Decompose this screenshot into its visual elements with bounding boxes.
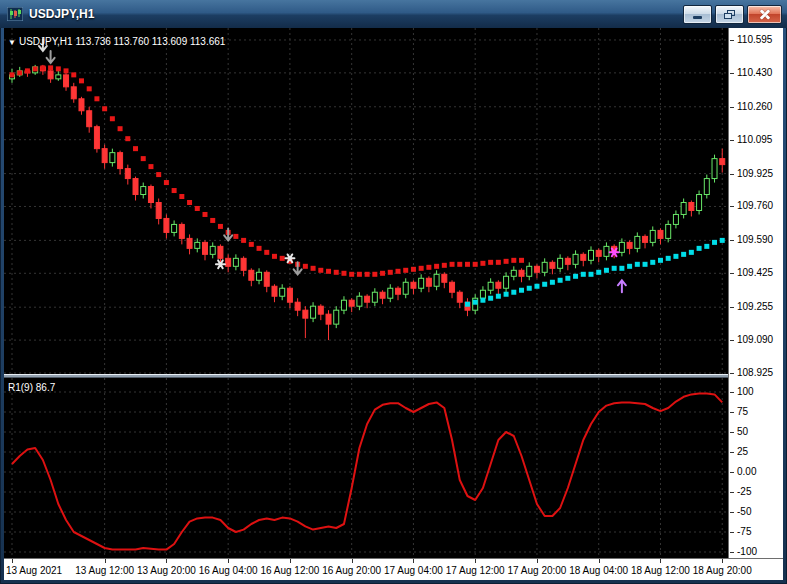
axis-tick: [730, 532, 734, 533]
arrow-down-marker: [294, 262, 302, 274]
axis-tick: [730, 373, 734, 374]
axis-tick: [730, 140, 734, 141]
axis-tick: [722, 559, 723, 563]
indicator-tick-label: -75: [737, 526, 751, 537]
titlebar[interactable]: USDJPY,H1: [0, 0, 787, 28]
indicator-canvas[interactable]: [4, 378, 726, 558]
axis-tick: [730, 452, 734, 453]
arrow-down-marker: [47, 51, 55, 63]
dropdown-arrow-icon[interactable]: ▼: [8, 38, 16, 47]
price-tick-label: 109.425: [737, 267, 773, 278]
price-tick-label: 110.595: [737, 34, 772, 45]
minimize-icon: [693, 16, 702, 19]
time-axis[interactable]: 13 Aug 202113 Aug 12:0013 Aug 20:0016 Au…: [4, 558, 783, 580]
indicator-tick-label: 25: [737, 446, 748, 457]
axis-tick: [730, 492, 734, 493]
axis-tick: [290, 559, 291, 563]
chart-client-area: ▼USDJPY,H1 113.736 113.760 113.609 113.6…: [4, 28, 783, 580]
price-tick-label: 110.095: [737, 134, 772, 145]
price-tick-label: 110.260: [737, 101, 772, 112]
axis-tick: [660, 559, 661, 563]
close-button[interactable]: [747, 5, 782, 24]
axis-tick: [166, 559, 167, 563]
restore-button[interactable]: [715, 5, 744, 24]
indicator-tick-label: 75: [737, 406, 748, 417]
symbol-period-label: USDJPY,H1: [19, 36, 73, 47]
axis-tick: [730, 472, 734, 473]
price-tick-label: 109.590: [737, 234, 773, 245]
signal-markers: [39, 39, 626, 292]
sub-grid: [4, 378, 726, 558]
axis-tick: [537, 559, 538, 563]
axis-tick: [730, 340, 734, 341]
axis-tick: [352, 559, 353, 563]
indicator-tick-label: -100: [737, 546, 757, 557]
cyan-dots-series: [465, 238, 725, 307]
minimize-button[interactable]: [683, 5, 712, 24]
indicator-tick-label: -25: [737, 486, 751, 497]
candles-layer: [10, 65, 725, 340]
arrow-up-marker: [618, 280, 626, 292]
close-icon: [759, 8, 771, 20]
ohlc-values: 113.736 113.760 113.609 113.661: [75, 36, 225, 47]
price-tick-label: 109.760: [737, 200, 773, 211]
indicator-label: R1(9) 86.7: [8, 382, 55, 393]
price-tick-label: 109.090: [737, 334, 773, 345]
axis-tick: [413, 559, 414, 563]
red-dots-series: [10, 65, 525, 276]
main-grid: [4, 28, 726, 374]
time-tick-label: 18 Aug 20:00: [685, 565, 759, 576]
axis-tick: [475, 559, 476, 563]
axis-tick: [599, 559, 600, 563]
price-tick-label: 108.925: [737, 367, 773, 378]
indicator-tick-label: -50: [737, 506, 751, 517]
indicator-tick-label: 0.00: [737, 466, 756, 477]
price-tick-label: 109.925: [737, 168, 773, 179]
indicator-tick-label: 100: [737, 386, 754, 397]
axis-tick: [730, 240, 734, 241]
axis-tick: [730, 512, 734, 513]
mt4-chart-window: USDJPY,H1 ▼USDJPY,H1 113.736 113.760 113…: [0, 0, 787, 584]
axis-tick: [730, 273, 734, 274]
window-title: USDJPY,H1: [29, 7, 94, 21]
price-tick-label: 109.255: [737, 301, 773, 312]
axis-tick: [730, 552, 734, 553]
axis-tick: [730, 412, 734, 413]
axis-tick: [730, 206, 734, 207]
chart-info-line: ▼USDJPY,H1 113.736 113.760 113.609 113.6…: [8, 36, 225, 47]
axis-tick: [730, 174, 734, 175]
axis-tick: [12, 559, 13, 563]
restore-icon: [724, 10, 735, 19]
axis-tick: [730, 392, 734, 393]
axis-tick: [730, 40, 734, 41]
window-controls: [683, 5, 782, 24]
price-axis[interactable]: 110.595110.430110.260110.095109.925109.7…: [728, 28, 783, 558]
indicator-tick-label: 50: [737, 426, 748, 437]
axis-tick: [730, 107, 734, 108]
axis-tick: [730, 307, 734, 308]
price-tick-label: 110.430: [737, 67, 772, 78]
axis-tick: [730, 73, 734, 74]
main-chart-canvas[interactable]: [4, 28, 726, 374]
axis-tick: [228, 559, 229, 563]
arrow-down-marker: [224, 228, 232, 240]
axis-tick: [730, 432, 734, 433]
chart-icon: [7, 7, 23, 21]
axis-tick: [105, 559, 106, 563]
